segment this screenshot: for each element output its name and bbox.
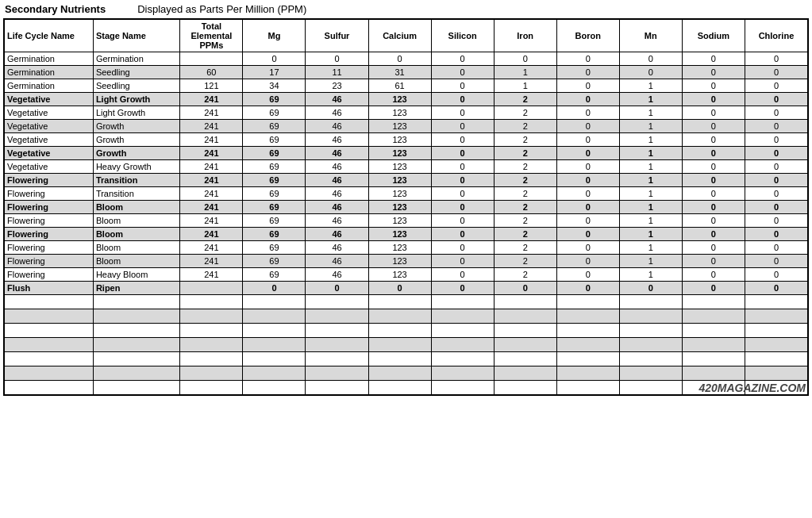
empty-cell (180, 309, 243, 324)
empty-cell (619, 366, 682, 381)
cell-stage: Bloom (93, 241, 179, 255)
cell-boron: 0 (556, 120, 619, 133)
empty-cell (306, 324, 368, 338)
cell-total: 241 (180, 133, 243, 147)
cell-sodium: 0 (682, 160, 745, 174)
cell-iron: 2 (494, 147, 556, 160)
cell-lifecycle: Flowering (5, 255, 94, 268)
table-row: VegetativeGrowth2416946123020100 (5, 133, 808, 147)
cell-iron: 2 (494, 120, 556, 133)
cell-sulfur: 46 (306, 228, 368, 241)
cell-sodium: 0 (682, 52, 745, 66)
cell-silicon: 0 (431, 214, 494, 228)
cell-boron: 0 (556, 201, 619, 214)
cell-mg: 34 (243, 79, 306, 93)
cell-mn: 0 (619, 52, 682, 66)
col-header-sodium: Sodium (682, 20, 745, 52)
empty-cell (243, 352, 306, 366)
col-header-boron: Boron (556, 20, 619, 52)
empty-cell (180, 295, 243, 309)
cell-calcium: 61 (368, 79, 431, 93)
cell-mn: 1 (619, 241, 682, 255)
empty-cell (5, 366, 94, 381)
cell-mn: 1 (619, 133, 682, 147)
empty-cell (180, 366, 243, 381)
cell-stage: Bloom (93, 228, 179, 241)
cell-silicon: 0 (431, 133, 494, 147)
empty-cell (431, 295, 494, 309)
table-row: VegetativeLight Growth2416946123020100 (5, 106, 808, 120)
header-section: Secondary Nutrients Displayed as Parts P… (3, 3, 809, 15)
cell-stage: Heavy Growth (93, 160, 179, 174)
empty-cell (306, 366, 368, 381)
cell-calcium: 123 (368, 214, 431, 228)
col-header-iron: Iron (494, 20, 556, 52)
cell-mg: 69 (243, 133, 306, 147)
cell-total: 241 (180, 255, 243, 268)
cell-mg: 69 (243, 268, 306, 282)
cell-boron: 0 (556, 79, 619, 93)
cell-iron: 2 (494, 228, 556, 241)
cell-stage: Heavy Bloom (93, 268, 179, 282)
col-header-mg: Mg (243, 20, 306, 52)
cell-calcium: 123 (368, 187, 431, 201)
empty-row (5, 352, 808, 366)
cell-mg: 69 (243, 228, 306, 241)
cell-calcium: 123 (368, 268, 431, 282)
cell-mn: 0 (619, 66, 682, 79)
cell-lifecycle: Flowering (5, 228, 94, 241)
cell-stage: Ripen (93, 282, 179, 295)
nutrients-table: Life Cycle Name Stage Name TotalElementa… (4, 19, 808, 395)
empty-cell (243, 366, 306, 381)
cell-mn: 1 (619, 174, 682, 187)
cell-sulfur: 23 (306, 79, 368, 93)
cell-sulfur: 46 (306, 174, 368, 187)
cell-calcium: 123 (368, 228, 431, 241)
empty-cell (431, 338, 494, 352)
cell-mg: 69 (243, 201, 306, 214)
cell-calcium: 123 (368, 133, 431, 147)
cell-sodium: 0 (682, 106, 745, 120)
empty-cell (619, 324, 682, 338)
cell-calcium: 31 (368, 66, 431, 79)
cell-chlorine: 0 (745, 79, 807, 93)
cell-boron: 0 (556, 174, 619, 187)
watermark: 420MAGAZINE.COM (698, 382, 806, 394)
cell-total: 241 (180, 160, 243, 174)
cell-mg: 69 (243, 160, 306, 174)
header-subtitle: Displayed as Parts Per Million (PPM) (137, 3, 306, 15)
cell-mg: 0 (243, 52, 306, 66)
cell-chlorine: 0 (745, 174, 807, 187)
empty-cell (556, 352, 619, 366)
cell-stage: Bloom (93, 201, 179, 214)
empty-cell (619, 381, 682, 395)
empty-cell (745, 324, 807, 338)
cell-lifecycle: Flush (5, 282, 94, 295)
cell-total: 241 (180, 93, 243, 106)
cell-mn: 1 (619, 201, 682, 214)
empty-cell (180, 338, 243, 352)
cell-total: 241 (180, 147, 243, 160)
empty-cell (619, 338, 682, 352)
cell-sodium: 0 (682, 66, 745, 79)
cell-silicon: 0 (431, 228, 494, 241)
empty-cell (5, 352, 94, 366)
cell-chlorine: 0 (745, 255, 807, 268)
table-row: VegetativeGrowth2416946123020100 (5, 147, 808, 160)
empty-cell (494, 381, 556, 395)
cell-iron: 2 (494, 268, 556, 282)
empty-row (5, 309, 808, 324)
cell-mg: 0 (243, 282, 306, 295)
cell-sodium: 0 (682, 241, 745, 255)
empty-cell (682, 295, 745, 309)
empty-cell (93, 366, 179, 381)
cell-sulfur: 46 (306, 241, 368, 255)
cell-silicon: 0 (431, 187, 494, 201)
cell-sodium: 0 (682, 255, 745, 268)
col-header-calcium: Calcium (368, 20, 431, 52)
cell-silicon: 0 (431, 66, 494, 79)
cell-sodium: 0 (682, 147, 745, 160)
cell-calcium: 123 (368, 120, 431, 133)
cell-mg: 69 (243, 147, 306, 160)
empty-cell (243, 338, 306, 352)
